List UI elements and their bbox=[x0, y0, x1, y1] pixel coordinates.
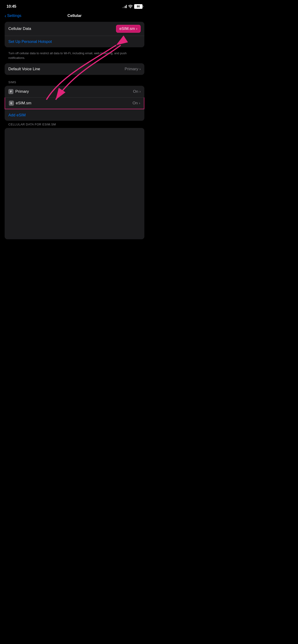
page-title: Cellular bbox=[68, 14, 82, 18]
cellular-data-value[interactable]: eSIM.sm › bbox=[116, 25, 141, 33]
add-esim-row[interactable]: Add eSIM bbox=[5, 109, 144, 121]
battery-icon: 86 bbox=[134, 4, 143, 9]
chevron-right-icon: › bbox=[139, 101, 140, 105]
esim-label: E eSIM.sm bbox=[9, 100, 31, 106]
chevron-right-icon: › bbox=[139, 90, 141, 94]
cellular-data-card: Cellular Data eSIM.sm › Set Up Personal … bbox=[5, 22, 144, 47]
primary-sim-label: P Primary bbox=[8, 89, 29, 94]
back-label: Settings bbox=[7, 14, 21, 18]
hotspot-row[interactable]: Set Up Personal Hotspot bbox=[5, 36, 144, 47]
cellular-data-row[interactable]: Cellular Data eSIM.sm › bbox=[5, 22, 144, 36]
cellular-data-esim-label: CELLULAR DATA FOR ESIM.SM bbox=[5, 123, 144, 128]
back-button[interactable]: ‹ Settings bbox=[5, 14, 21, 18]
default-voice-value: Primary › bbox=[125, 67, 141, 72]
cellular-data-label: Cellular Data bbox=[8, 26, 31, 31]
chevron-right-icon: › bbox=[136, 26, 137, 31]
status-bar: 10:45 86 bbox=[0, 0, 149, 12]
wifi-icon bbox=[128, 5, 133, 8]
chevron-right-icon: › bbox=[139, 67, 141, 71]
add-esim-label: Add eSIM bbox=[8, 113, 26, 118]
back-chevron-icon: ‹ bbox=[5, 14, 6, 18]
cellular-data-esim-section: CELLULAR DATA FOR ESIM.SM bbox=[5, 123, 144, 239]
default-voice-label: Default Voice Line bbox=[8, 67, 40, 72]
primary-sim-badge: P bbox=[8, 89, 14, 94]
default-voice-row[interactable]: Default Voice Line Primary › bbox=[5, 63, 144, 75]
cellular-data-esim-card bbox=[5, 128, 144, 239]
default-voice-card: Default Voice Line Primary › bbox=[5, 63, 144, 75]
status-icons: 86 bbox=[123, 4, 143, 9]
sims-section-label: SIMs bbox=[5, 77, 144, 86]
primary-sim-row[interactable]: P Primary On › bbox=[5, 86, 144, 97]
esim-value: On › bbox=[133, 101, 140, 106]
esim-row[interactable]: E eSIM.sm On › bbox=[5, 97, 144, 109]
main-content: Cellular Data eSIM.sm › Set Up Personal … bbox=[0, 22, 149, 239]
signal-bars-icon bbox=[123, 5, 127, 8]
cellular-helper-text: Turn off cellular data to restrict all d… bbox=[5, 49, 144, 63]
navigation-bar: ‹ Settings Cellular bbox=[0, 12, 149, 22]
status-time: 10:45 bbox=[7, 4, 16, 9]
esim-badge: E bbox=[9, 100, 14, 106]
sims-card: P Primary On › E eSIM.sm On › bbox=[5, 86, 144, 121]
hotspot-label: Set Up Personal Hotspot bbox=[8, 40, 52, 44]
primary-sim-value: On › bbox=[133, 89, 141, 94]
